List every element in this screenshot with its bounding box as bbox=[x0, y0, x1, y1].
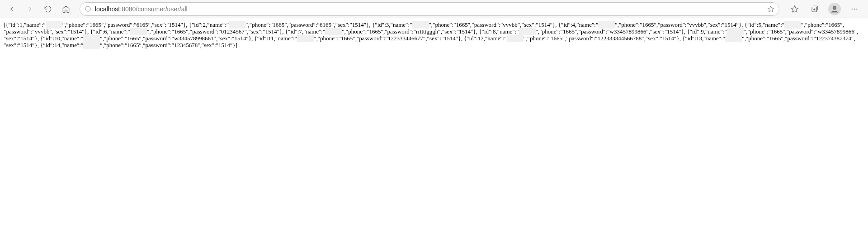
redacted-name: ████ bbox=[83, 42, 100, 48]
arrow-right-icon bbox=[26, 5, 34, 13]
url-host: localhost bbox=[95, 5, 120, 13]
redacted-name: ████ bbox=[325, 28, 342, 35]
redacted-name: ████ bbox=[727, 28, 744, 35]
back-button[interactable] bbox=[4, 2, 20, 16]
svg-point-10 bbox=[854, 8, 855, 9]
redacted-name: ████ bbox=[519, 28, 536, 35]
home-button[interactable] bbox=[58, 2, 74, 16]
url-path: /consumer/user/all bbox=[136, 5, 187, 13]
redacted-name: ████ bbox=[725, 35, 742, 42]
redacted-name: ████ bbox=[229, 21, 245, 28]
favorites-button[interactable] bbox=[787, 2, 803, 16]
dots-horizontal-icon bbox=[850, 5, 859, 13]
redacted-name: ████ bbox=[130, 28, 147, 35]
browser-toolbar: localhost:8080/consumer/user/all bbox=[0, 0, 868, 18]
refresh-icon bbox=[44, 5, 52, 13]
arrow-left-icon bbox=[8, 5, 16, 13]
star-plus-icon bbox=[791, 5, 799, 13]
url-port: :8080 bbox=[120, 5, 136, 13]
forward-button[interactable] bbox=[22, 2, 38, 16]
redacted-name: ████ bbox=[46, 21, 62, 28]
redacted-name: ████ bbox=[598, 21, 615, 28]
redacted-name: ████ bbox=[297, 35, 314, 42]
redacted-name: ████ bbox=[412, 21, 429, 28]
redacted-name: ████ bbox=[507, 35, 524, 42]
redacted-name: ████ bbox=[83, 35, 100, 42]
url-text: localhost:8080/consumer/user/all bbox=[95, 5, 764, 13]
toolbar-right bbox=[785, 2, 864, 16]
site-info-icon[interactable] bbox=[85, 5, 91, 12]
home-icon bbox=[62, 5, 70, 13]
address-bar[interactable]: localhost:8080/consumer/user/all bbox=[80, 2, 779, 16]
refresh-button[interactable] bbox=[40, 2, 56, 16]
favorite-star-icon[interactable] bbox=[767, 5, 774, 13]
redacted-name: ████ bbox=[784, 21, 801, 28]
profile-button[interactable] bbox=[826, 2, 843, 16]
more-button[interactable] bbox=[846, 2, 863, 16]
collections-icon bbox=[811, 5, 819, 13]
svg-point-8 bbox=[833, 6, 836, 10]
avatar bbox=[828, 3, 841, 15]
response-body: [{″id″:1,″name″:″████″,″phone″:″1665″,″p… bbox=[0, 18, 868, 53]
svg-marker-3 bbox=[768, 6, 774, 12]
svg-point-11 bbox=[856, 8, 857, 9]
collections-button[interactable] bbox=[807, 2, 823, 16]
svg-point-9 bbox=[852, 8, 853, 9]
svg-marker-4 bbox=[792, 5, 798, 12]
